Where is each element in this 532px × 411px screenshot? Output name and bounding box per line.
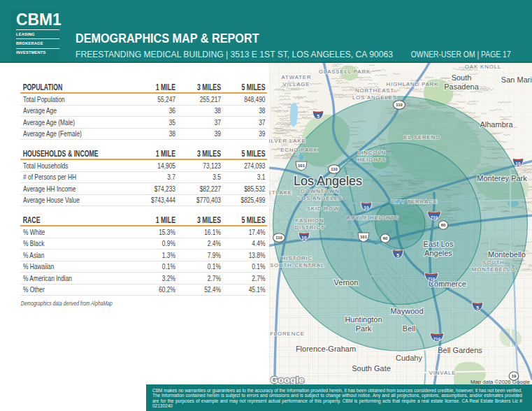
svg-text:110: 110 <box>331 167 338 171</box>
logo-text: CBM1 <box>16 11 57 28</box>
row-label: % Asian <box>20 251 106 259</box>
data-source-note: Demographics data derived from AlphaMap <box>20 300 217 307</box>
table-race: RACE1 MILE3 MILES5 MILES% White15.3%16.1… <box>20 215 267 296</box>
row-value: 274,093 <box>230 161 266 170</box>
row-value: 2.7% <box>230 274 266 282</box>
page-number-label: OWNER-USER OM | PAGE 17 <box>411 50 511 59</box>
row-value: 3.1 <box>230 173 266 181</box>
table-row: Average House Value$743,444$770,403$825,… <box>20 195 267 207</box>
row-label: Average Age <box>20 106 106 115</box>
svg-text:5: 5 <box>396 253 399 258</box>
row-value: $74,233 <box>137 185 175 193</box>
map-label: OAK KNOLL <box>465 64 501 70</box>
disclaimer-line: The information contained herein is subj… <box>152 393 522 398</box>
table-header-row: RACE1 MILE3 MILES5 MILES <box>20 215 267 226</box>
row-value: 55,247 <box>137 95 175 103</box>
column-header: 5 MILES <box>233 82 265 92</box>
svg-text:110: 110 <box>396 103 403 107</box>
header: CBM1 LEASINGBROKERAGEINVESTMENTS DEMOGRA… <box>0 0 532 63</box>
demographics-map: GLASSELL PARKOAK KNOLLATWATERVILLAGEHIGH… <box>269 63 532 386</box>
logo-word: LEASING <box>16 32 56 37</box>
row-value: 0.1% <box>185 262 221 271</box>
disclaimer-line: 02130240 <box>152 403 522 409</box>
row-value: $743,444 <box>137 196 175 204</box>
table-row: % Hawaiian0.1%0.1%0.1% <box>20 261 267 273</box>
row-value: 16.1% <box>185 228 221 236</box>
logo-divider <box>16 38 59 39</box>
table-row: Total Households14,90573,123274,093 <box>20 160 267 172</box>
row-value: 37 <box>185 118 221 127</box>
table-row: % American Indian3.2%2.7%2.7% <box>20 273 267 284</box>
row-value: 60.2% <box>137 285 175 294</box>
table-header-row: HOUSEHOLDS & INCOME1 MILE3 MILES5 MILES <box>20 149 267 160</box>
row-value: 2.7% <box>185 274 221 282</box>
svg-text:10: 10 <box>301 236 307 240</box>
map-label: BOYLE HEIGHTS <box>347 215 399 221</box>
highway-shield-110: 110 <box>329 165 340 174</box>
map-label: Maywood <box>390 307 423 315</box>
row-value: 14,905 <box>137 161 175 170</box>
column-header: 1 MILE <box>141 149 175 159</box>
row-value: $82,227 <box>185 185 221 193</box>
tables: POPULATION1 MILE3 MILES5 MILESTotal Popu… <box>20 82 267 307</box>
map-label: FLORENCE <box>270 331 305 337</box>
row-value: 36 <box>137 106 175 115</box>
map-label: San Marino <box>501 75 532 84</box>
svg-text:5: 5 <box>476 305 479 310</box>
row-value: 38 <box>185 106 221 115</box>
table-row: Total Population55,247255,217848,490 <box>20 94 267 106</box>
disclaimer-footer: CBM makes no warranties or guarantees as… <box>146 384 532 411</box>
row-value: 0.1% <box>137 262 175 271</box>
column-header: 1 MILE <box>141 215 175 225</box>
row-value: 1.3% <box>137 251 175 259</box>
table-row: # of Persons per HH3.73.53.1 <box>20 172 267 184</box>
logo-divider <box>16 48 59 49</box>
row-value: 37 <box>230 118 266 127</box>
highway-shield-110: 110 <box>273 233 285 243</box>
row-label: % Other <box>20 285 106 294</box>
column-header: 3 MILES <box>188 82 221 92</box>
row-value: 3.7 <box>137 173 175 181</box>
row-value: 0.9% <box>137 239 175 247</box>
map-label: Los Angeles <box>294 174 362 188</box>
map-label: Cudahy <box>396 354 422 362</box>
row-label: Total Population <box>20 95 106 103</box>
table-row: % White15.3%16.1%17.4% <box>20 226 267 238</box>
row-label: # of Persons per HH <box>20 173 106 181</box>
row-value: 39 <box>185 129 221 138</box>
cbm1-logo: CBM1 LEASINGBROKERAGEINVESTMENTS <box>11 9 59 62</box>
page-title: DEMOGRAPHICS MAP & REPORT <box>76 32 259 45</box>
row-label: Total Households <box>20 161 106 170</box>
table-header-row: POPULATION1 MILE3 MILES5 MILES <box>20 82 267 94</box>
row-value: 35 <box>137 118 175 127</box>
map-label: Bell <box>403 324 415 333</box>
column-header: 1 MILE <box>141 82 175 92</box>
row-value: 2.4% <box>185 239 221 247</box>
disclaimer-line: are for the purposes of example and may … <box>152 398 522 404</box>
map-label: WESTLAKE <box>269 189 292 196</box>
map-label: Montebello <box>488 250 526 259</box>
page-subtitle: FREESTANDING MEDICAL BUILDING | 3513 E 1… <box>76 50 393 59</box>
svg-text:101: 101 <box>360 235 368 239</box>
logo-divider <box>16 29 59 30</box>
map-label: Bell Gardens <box>438 346 482 354</box>
column-header: 5 MILES <box>233 149 265 159</box>
map-label: Alhambra <box>480 120 513 129</box>
row-value: 45.1% <box>230 285 266 294</box>
row-value: 3.5 <box>185 173 221 181</box>
table-title: HOUSEHOLDS & INCOME <box>20 149 99 159</box>
map-canvas: GLASSELL PARKOAK KNOLLATWATERVILLAGEHIGH… <box>269 63 532 386</box>
map-label: VINVALE <box>429 370 456 376</box>
row-label: % Black <box>20 239 106 247</box>
row-label: Average House Value <box>20 196 106 204</box>
map-label: GLASSELL PARK <box>319 68 371 75</box>
map-label: Vernon <box>334 278 359 287</box>
column-header: 5 MILES <box>233 215 265 225</box>
row-value: 255,217 <box>185 95 221 103</box>
row-label: % White <box>20 228 106 236</box>
row-value: 15.3% <box>137 228 175 236</box>
logo-words: LEASINGBROKERAGEINVESTMENTS <box>16 29 59 55</box>
svg-text:710: 710 <box>433 337 441 341</box>
row-value: 7.9% <box>185 251 221 259</box>
table-row: Average HH Income$74,233$82,227$85,532 <box>20 183 267 195</box>
